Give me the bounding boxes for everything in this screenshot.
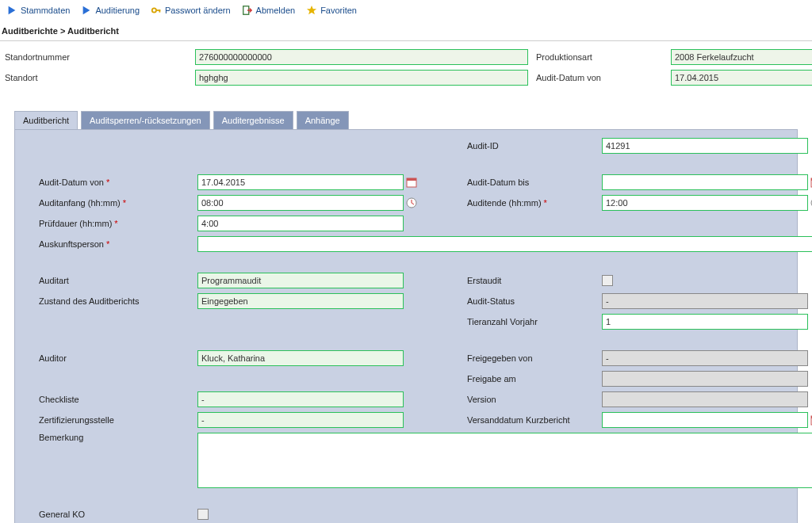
nav-label: Stammdaten <box>21 6 70 15</box>
nav-label: Auditierung <box>95 6 140 15</box>
freigabe-am-field <box>602 371 808 387</box>
auskunftsperson-label: Auskunftsperson <box>39 239 197 249</box>
svg-marker-6 <box>307 6 316 14</box>
nav-label: Abmelden <box>256 6 296 15</box>
svg-rect-8 <box>407 178 416 181</box>
tab-auditsperren[interactable]: Auditsperren/-rücksetzungen <box>81 111 210 129</box>
produktionsart-label: Produktionsart <box>536 52 663 62</box>
auditor-label: Auditor <box>39 353 197 363</box>
zertstelle-field <box>197 412 404 428</box>
calendar-icon[interactable] <box>405 176 418 189</box>
star-icon <box>306 5 317 16</box>
pruefdauer-input[interactable] <box>197 216 404 231</box>
tieranzahl-input[interactable] <box>602 314 808 330</box>
general-ko-checkbox[interactable] <box>197 509 209 520</box>
auditende-input[interactable] <box>602 195 808 211</box>
general-ko-label: General KO <box>39 510 197 519</box>
audit-datum-von-label: Audit-Datum von <box>536 73 663 82</box>
top-nav: Stammdaten Auditierung Passwort ändern A… <box>0 0 812 21</box>
auditart-label: Auditart <box>39 276 197 285</box>
version-field <box>602 391 808 407</box>
nav-favoriten[interactable]: Favoriten <box>304 3 363 17</box>
auskunftsperson-input[interactable] <box>197 236 812 252</box>
standortnummer-field <box>195 49 528 65</box>
freigabe-am-label: Freigabe am <box>467 374 602 384</box>
erstaudit-checkbox[interactable] <box>602 275 613 286</box>
audit-datum-von-form-label: Audit-Datum von <box>39 178 197 187</box>
audit-status-field <box>602 293 808 309</box>
key-icon <box>151 5 162 16</box>
erstaudit-label: Erstaudit <box>467 276 602 285</box>
produktionsart-field <box>671 49 812 65</box>
tieranzahl-label: Tieranzahl Vorjahr <box>467 317 602 326</box>
svg-rect-4 <box>159 10 161 13</box>
nav-stammdaten[interactable]: Stammdaten <box>5 3 76 17</box>
svg-marker-0 <box>9 6 16 15</box>
nav-passwort[interactable]: Passwort ändern <box>149 3 237 17</box>
breadcrumb: Auditberichte > Auditbericht <box>0 21 812 41</box>
logout-icon <box>242 5 253 16</box>
tab-bar: Auditbericht Auditsperren/-rücksetzungen… <box>14 111 812 129</box>
versanddatum-input[interactable] <box>602 412 808 428</box>
standortnummer-label: Standortnummer <box>5 52 187 62</box>
zustand-label: Zustand des Auditberichts <box>39 296 197 306</box>
auditor-field <box>197 350 404 366</box>
audit-datum-von-field <box>671 70 812 86</box>
audit-id-field[interactable] <box>602 138 808 154</box>
play-icon <box>81 5 92 16</box>
nav-label: Favoriten <box>320 6 357 15</box>
freigegeben-von-label: Freigegeben von <box>467 353 602 363</box>
header-section: Standortnummer Produktionsart Standort A… <box>0 46 812 97</box>
zertstelle-label: Zertifizierungsstelle <box>39 415 197 425</box>
versanddatum-label: Versanddatum Kurzbericht <box>467 415 602 425</box>
checkliste-field <box>197 391 404 407</box>
audit-status-label: Audit-Status <box>467 296 602 306</box>
play-icon <box>6 5 17 16</box>
audit-id-label: Audit-ID <box>467 141 602 151</box>
auditart-field <box>197 273 404 288</box>
nav-auditierung[interactable]: Auditierung <box>79 3 146 17</box>
bemerkung-textarea[interactable] <box>197 433 812 488</box>
standort-field <box>195 70 528 86</box>
audit-datum-bis-input[interactable] <box>602 174 808 190</box>
tab-anhaenge[interactable]: Anhänge <box>297 111 349 129</box>
checkliste-label: Checkliste <box>39 395 197 404</box>
nav-label: Passwort ändern <box>165 6 231 15</box>
svg-marker-1 <box>83 6 90 15</box>
auditende-label: Auditende (hh:mm) <box>467 198 602 208</box>
clock-icon[interactable] <box>405 197 418 209</box>
zustand-field <box>197 293 404 309</box>
version-label: Version <box>467 395 602 404</box>
bemerkung-label: Bemerkung <box>39 433 197 442</box>
audit-datum-von-input[interactable] <box>197 174 404 190</box>
tab-panel-auditbericht: Audit-ID Audit-Datum von Audit-Datum bis… <box>14 129 798 523</box>
freigegeben-von-field <box>602 350 808 366</box>
auditanfang-label: Auditanfang (hh:mm) <box>39 198 197 208</box>
auditanfang-input[interactable] <box>197 195 404 211</box>
pruefdauer-label: Prüfdauer (hh:mm) <box>39 219 197 228</box>
nav-abmelden[interactable]: Abmelden <box>240 3 302 17</box>
audit-datum-bis-label: Audit-Datum bis <box>467 178 602 187</box>
standort-label: Standort <box>5 73 187 82</box>
tab-auditbericht[interactable]: Auditbericht <box>14 111 78 129</box>
tab-auditergebnisse[interactable]: Auditergebnisse <box>213 111 293 129</box>
